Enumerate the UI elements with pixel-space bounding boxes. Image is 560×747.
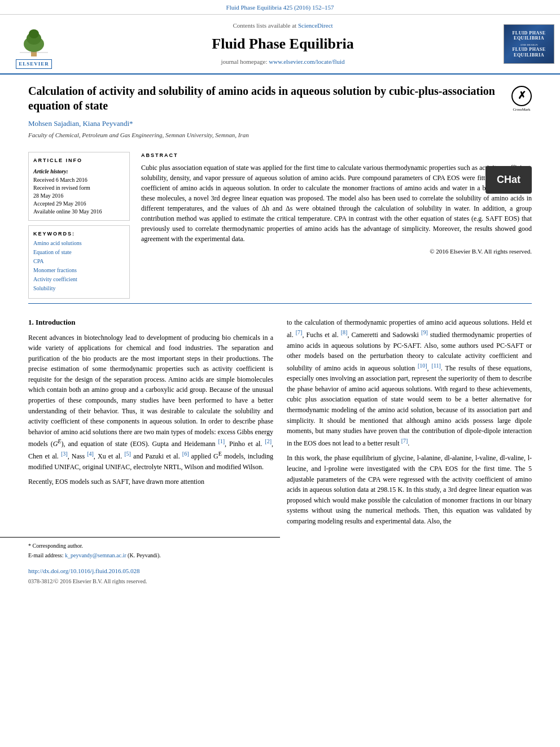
right-col: ABSTRACT Cubic plus association equation… <box>141 152 532 299</box>
authors: Mohsen Sajadian, Kiana Peyvandi* <box>28 119 506 129</box>
abstract-text: Cubic plus association equation of state… <box>141 163 532 244</box>
email-footnote: E-mail address: k_peyvandy@semnan.ac.ir … <box>28 552 252 560</box>
cover-title-main2: EQUILIBRIA <box>514 36 544 41</box>
keyword-3: CPA <box>33 257 125 265</box>
affiliation: Faculty of Chemical, Petroleum and Gas E… <box>28 131 506 139</box>
keyword-4: Monomer fractions <box>33 267 125 274</box>
footer-section: http://dx.doi.org/10.1016/j.fluid.2016.0… <box>0 561 560 589</box>
email-link[interactable]: k_peyvandy@semnan.ac.ir <box>65 552 126 558</box>
body-section: 1. Introduction Recent advances in biote… <box>0 308 560 531</box>
body-para-4: In this work, the phase equilibrium of g… <box>287 453 532 526</box>
header-center: Contents lists available at ScienceDirec… <box>68 19 498 68</box>
header-right: FLUID PHASE EQUILIBRIA AND DESIGN FLUID … <box>498 19 560 68</box>
revised-label: Received in revised form <box>33 184 125 192</box>
chat-badge[interactable]: CHat <box>485 166 532 194</box>
elsevier-logo: ELSEVIER <box>14 27 54 69</box>
elsevier-text: ELSEVIER <box>16 59 52 69</box>
keyword-6: Solubility <box>33 285 125 292</box>
crossmark-icon: ✗ <box>511 86 532 106</box>
footnote-section: * Corresponding author. E-mail address: … <box>0 537 280 560</box>
history-label: Article history: <box>33 168 125 176</box>
body-para-3: to the calculation of thermodynamic prop… <box>287 317 532 448</box>
article-info-title: ARTICLE INFO <box>33 157 125 164</box>
article-info-box: ARTICLE INFO Article history: Received 6… <box>28 152 130 221</box>
section-divider <box>28 303 532 304</box>
keyword-2: Equation of state <box>33 248 125 256</box>
keywords-title: Keywords: <box>33 230 125 238</box>
revised-date: 28 May 2016 <box>33 192 125 200</box>
copyright: © 2016 Elsevier B.V. All rights reserved… <box>141 247 532 256</box>
keyword-5: Activity coefficient <box>33 276 125 283</box>
abstract-title: ABSTRACT <box>141 152 532 159</box>
homepage-link[interactable]: www.elsevier.com/locate/fluid <box>269 58 344 65</box>
left-col: ARTICLE INFO Article history: Received 6… <box>28 152 130 299</box>
email-name: (K. Peyvandi). <box>128 552 161 558</box>
header-section: ELSEVIER Contents lists available at Sci… <box>0 15 560 74</box>
footer-copyright: 0378-3812/© 2016 Elsevier B.V. All right… <box>28 578 532 586</box>
corresponding-author: * Corresponding author. <box>28 542 252 550</box>
keyword-1: Amino acid solutions <box>33 239 125 247</box>
journal-homepage: journal homepage: www.elsevier.com/locat… <box>221 58 344 66</box>
body-para-1: Recent advances in biotechnology lead to… <box>28 333 273 473</box>
elsevier-tree-icon <box>14 27 54 58</box>
svg-point-3 <box>29 29 39 38</box>
received-date: Received 6 March 2016 <box>33 176 125 184</box>
cover-title-main4: EQUILIBRIA <box>514 53 544 58</box>
journal-citation: Fluid Phase Equilibria 425 (2016) 152–15… <box>226 4 334 11</box>
cover-title-main: FLUID PHASE <box>512 30 545 36</box>
doi-link[interactable]: http://dx.doi.org/10.1016/j.fluid.2016.0… <box>28 567 140 574</box>
intro-heading: 1. Introduction <box>28 317 273 327</box>
header-left: ELSEVIER <box>0 19 68 68</box>
accepted-label: Accepted 29 May 2016 <box>33 200 125 208</box>
sciencedirect-link[interactable]: ScienceDirect <box>298 22 333 29</box>
article-section: Calculation of activity and solubility o… <box>0 75 560 299</box>
page: Fluid Phase Equilibria 425 (2016) 152–15… <box>0 0 560 747</box>
cover-title-main3: FLUID PHASE <box>512 47 545 53</box>
article-info-abstract: ARTICLE INFO Article history: Received 6… <box>28 152 532 299</box>
journal-top-bar: Fluid Phase Equilibria 425 (2016) 152–15… <box>0 0 560 15</box>
contents-available: Contents lists available at ScienceDirec… <box>233 21 333 30</box>
body-para-2: Recently, EOS models such as SAFT, have … <box>28 477 273 487</box>
crossmark: ✗ CrossMark <box>511 86 532 113</box>
available-label: Available online 30 May 2016 <box>33 208 125 216</box>
body-left: 1. Introduction Recent advances in biote… <box>28 317 273 531</box>
body-two-col: 1. Introduction Recent advances in biote… <box>28 317 532 531</box>
body-right: to the calculation of thermodynamic prop… <box>287 317 532 531</box>
journal-cover: FLUID PHASE EQUILIBRIA AND DESIGN FLUID … <box>504 24 554 64</box>
keywords-box: Keywords: Amino acid solutions Equation … <box>28 225 130 299</box>
article-title: Calculation of activity and solubility o… <box>28 84 506 113</box>
email-label: E-mail address: <box>28 552 63 558</box>
journal-title: Fluid Phase Equilibria <box>212 34 353 54</box>
